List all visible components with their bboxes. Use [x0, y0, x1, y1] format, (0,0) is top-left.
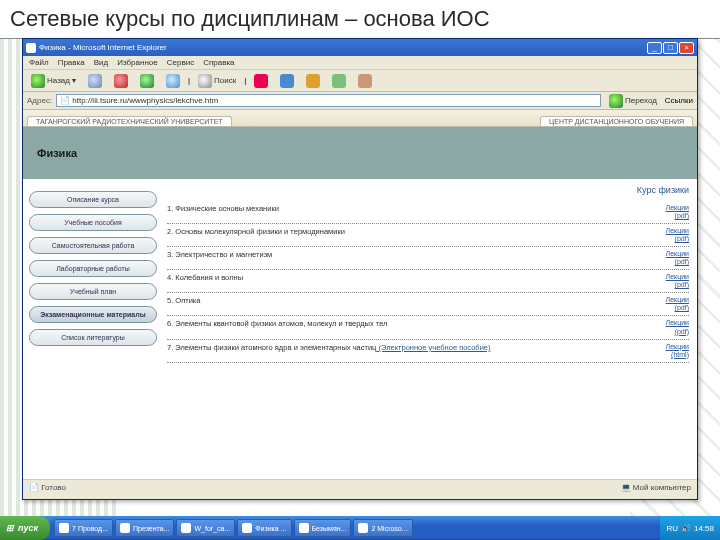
- tool-ext5[interactable]: [354, 72, 376, 90]
- topic-row: 5. ОптикаЛекции(pdf): [167, 293, 689, 316]
- taskbar-item[interactable]: W_for_ca...: [176, 519, 235, 537]
- app-icon: [120, 523, 130, 533]
- tool-ext3[interactable]: [302, 72, 324, 90]
- nav-refs[interactable]: Список литературы: [29, 329, 157, 346]
- tray-lang[interactable]: RU: [666, 524, 678, 533]
- header-tabs: ТАГАНРОГСКИЙ РАДИОТЕХНИЧЕСКИЙ УНИВЕРСИТЕ…: [23, 110, 697, 127]
- taskbar-item[interactable]: Презента...: [115, 519, 174, 537]
- window-titlebar: Физика - Microsoft Internet Explorer _ □…: [23, 39, 697, 56]
- window-controls: _ □ ×: [647, 42, 694, 54]
- menu-help[interactable]: Справка: [203, 58, 234, 67]
- stop-button[interactable]: [110, 72, 132, 90]
- system-tray: RU 🔊 14:58: [660, 516, 720, 540]
- taskbar: ⊞пуск 7 Провод...Презента...W_for_ca...Ф…: [0, 516, 720, 540]
- forward-button[interactable]: [84, 72, 106, 90]
- nav-desc[interactable]: Описание курса: [29, 191, 157, 208]
- topic-links: Лекции(pdf): [666, 296, 689, 312]
- maximize-button[interactable]: □: [663, 42, 678, 54]
- menu-tools[interactable]: Сервис: [167, 58, 194, 67]
- taskbar-item-label: 2 Microso...: [371, 525, 407, 532]
- topic-links: Лекции(pdf): [666, 227, 689, 243]
- topic-row: 3. Электричество и магнетизмЛекции(pdf): [167, 247, 689, 270]
- chevron-down-icon: ▾: [72, 76, 76, 85]
- links-label: Ссылки: [665, 96, 693, 105]
- lectures-link[interactable]: Лекции: [666, 273, 689, 280]
- topic-name: 4. Колебания и волны: [167, 273, 660, 289]
- nav-labs[interactable]: Лабораторные работы: [29, 260, 157, 277]
- topic-row: 1. Физические основы механикиЛекции(pdf): [167, 201, 689, 224]
- taskbar-item[interactable]: 2 Microso...: [353, 519, 412, 537]
- app-icon: [59, 523, 69, 533]
- topic-name: 7. Элементы физики атомного ядра и элеме…: [167, 343, 660, 359]
- status-left: 📄 Готово: [29, 483, 66, 492]
- app-icon: [181, 523, 191, 533]
- start-button[interactable]: ⊞пуск: [0, 516, 50, 540]
- taskbar-item-label: Безымян...: [312, 525, 347, 532]
- tool-ext1[interactable]: [250, 72, 272, 90]
- taskbar-item-label: W_for_ca...: [194, 525, 230, 532]
- nav-manuals[interactable]: Учебные пособия: [29, 214, 157, 231]
- menu-view[interactable]: Вид: [94, 58, 108, 67]
- topic-name: 6. Элементы квантовой физики атомов, мол…: [167, 319, 660, 335]
- taskbar-item[interactable]: Физика ...: [237, 519, 291, 537]
- lectures-link[interactable]: Лекции: [666, 319, 689, 326]
- format-link[interactable]: (pdf): [675, 281, 689, 288]
- toolbar: Назад▾ | Поиск |: [23, 70, 697, 92]
- taskbar-item-label: Физика ...: [255, 525, 286, 532]
- topic-name: 2. Основы молекулярной физики и термодин…: [167, 227, 660, 243]
- topic-name: 1. Физические основы механики: [167, 204, 660, 220]
- go-button[interactable]: Переход: [605, 92, 661, 110]
- taskbar-item[interactable]: 7 Провод...: [54, 519, 113, 537]
- menu-edit[interactable]: Правка: [58, 58, 85, 67]
- topic-name: 3. Электричество и магнетизм: [167, 250, 660, 266]
- tray-icon[interactable]: 🔊: [681, 524, 691, 533]
- tab-left[interactable]: ТАГАНРОГСКИЙ РАДИОТЕХНИЧЕСКИЙ УНИВЕРСИТЕ…: [27, 116, 232, 126]
- search-button[interactable]: Поиск: [194, 72, 240, 90]
- computer-icon: 💻: [621, 483, 631, 492]
- nav-plan[interactable]: Учебный план: [29, 283, 157, 300]
- nav-exam[interactable]: Экзаменационные материалы: [29, 306, 157, 323]
- lectures-link[interactable]: Лекции: [666, 296, 689, 303]
- tool-ext2[interactable]: [276, 72, 298, 90]
- minimize-button[interactable]: _: [647, 42, 662, 54]
- lectures-link[interactable]: Лекции: [666, 250, 689, 257]
- taskbar-item[interactable]: Безымян...: [294, 519, 352, 537]
- topic-row: 4. Колебания и волныЛекции(pdf): [167, 270, 689, 293]
- format-link[interactable]: (pdf): [675, 258, 689, 265]
- done-icon: 📄: [29, 483, 39, 492]
- close-button[interactable]: ×: [679, 42, 694, 54]
- format-link[interactable]: (pdf): [675, 304, 689, 311]
- tab-right[interactable]: ЦЕНТР ДИСТАНЦИОННОГО ОБУЧЕНИЯ: [540, 116, 693, 126]
- topic-row: 2. Основы молекулярной физики и термодин…: [167, 224, 689, 247]
- format-link[interactable]: (pdf): [675, 328, 689, 335]
- status-bar: 📄 Готово 💻 Мой компьютер: [23, 479, 697, 494]
- ie-icon: [26, 43, 36, 53]
- lectures-link[interactable]: Лекции: [666, 343, 689, 350]
- course-main: Курс физики 1. Физические основы механик…: [163, 179, 697, 479]
- lectures-link[interactable]: Лекции: [666, 227, 689, 234]
- nav-selfwork[interactable]: Самостоятельная работа: [29, 237, 157, 254]
- course-main-title: Курс физики: [167, 185, 689, 195]
- menu-file[interactable]: Файл: [29, 58, 49, 67]
- taskbar-item-label: Презента...: [133, 525, 169, 532]
- address-input[interactable]: 📄 http://iii.tsure.ru/wwwphysics/lekchve…: [56, 94, 601, 107]
- back-button[interactable]: Назад▾: [27, 72, 80, 90]
- windows-icon: ⊞: [6, 523, 14, 533]
- topic-extra-link[interactable]: (Электронное учебное пособие): [376, 343, 490, 352]
- refresh-button[interactable]: [136, 72, 158, 90]
- page-icon: 📄: [60, 96, 70, 105]
- menu-fav[interactable]: Избранное: [117, 58, 158, 67]
- course-banner: Физика: [23, 127, 697, 179]
- app-icon: [242, 523, 252, 533]
- topic-links: Лекции(pdf): [666, 250, 689, 266]
- home-button[interactable]: [162, 72, 184, 90]
- lectures-link[interactable]: Лекции: [666, 204, 689, 211]
- format-link[interactable]: (html): [671, 351, 689, 358]
- app-icon: [358, 523, 368, 533]
- tool-ext4[interactable]: [328, 72, 350, 90]
- slide-title: Сетевые курсы по дисциплинам – основа ИО…: [0, 0, 720, 39]
- format-link[interactable]: (pdf): [675, 212, 689, 219]
- address-bar-row: Адрес: 📄 http://iii.tsure.ru/wwwphysics/…: [23, 92, 697, 110]
- topic-links: Лекции(html): [666, 343, 689, 359]
- format-link[interactable]: (pdf): [675, 235, 689, 242]
